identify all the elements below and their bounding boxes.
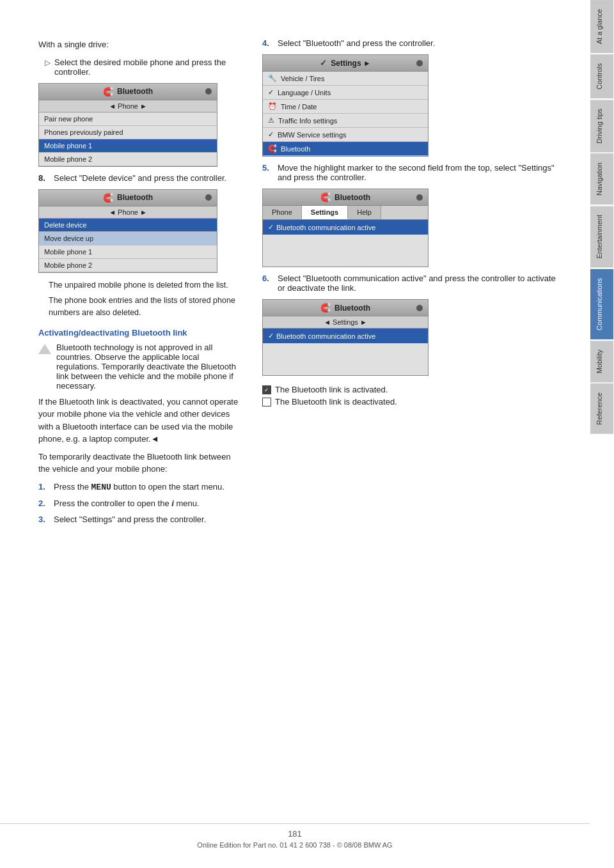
legend-item-1: The Bluetooth link is deactivated. bbox=[262, 397, 558, 407]
language-icon: ✓ bbox=[268, 88, 274, 97]
warning-block: Bluetooth technology is not approved in … bbox=[38, 343, 243, 391]
bmw-icon: ✓ bbox=[268, 130, 274, 139]
step-4: 4. Select "Bluetooth" and press the cont… bbox=[262, 38, 558, 48]
bullet-arrow-icon: ▷ bbox=[45, 58, 51, 77]
step1-text: Press the MENU button to open the start … bbox=[54, 482, 224, 492]
step-3: 3. Select "Settings" and press the contr… bbox=[38, 515, 243, 524]
screen1-nav: ◄ Phone ► bbox=[39, 100, 217, 112]
page-number: 181 bbox=[0, 829, 590, 839]
bluetooth-icon-3: 🧲 bbox=[268, 144, 277, 153]
bullet-item: ▷ Select the desired mobile phone and pr… bbox=[38, 58, 243, 77]
traffic-icon: ⚠ bbox=[268, 116, 274, 125]
screen1-title-bar: 🧲 Bluetooth bbox=[39, 84, 217, 100]
step-2: 2. Press the controller to open the i me… bbox=[38, 499, 243, 508]
screen2-item-2: Mobile phone 1 bbox=[39, 245, 217, 259]
sidebar-tab-at-a-glance[interactable]: At a glance bbox=[590, 0, 613, 53]
tab-phone: Phone bbox=[263, 206, 302, 219]
bluetooth-icon-5: 🧲 bbox=[320, 303, 331, 313]
screen4-tab-bar: Phone Settings Help bbox=[263, 206, 428, 220]
tab-help: Help bbox=[348, 206, 381, 219]
screen2-title: Bluetooth bbox=[117, 193, 153, 202]
vehicle-icon: 🔧 bbox=[268, 74, 277, 82]
screen4-bt-row: ✓ Bluetooth communication active bbox=[263, 220, 428, 235]
sidebar-tab-reference[interactable]: Reference bbox=[590, 384, 613, 434]
screen5-title-bar: 🧲 Bluetooth bbox=[263, 300, 428, 316]
screen1-item-0: Pair new phone bbox=[39, 112, 217, 126]
section-heading: Activating/deactivating Bluetooth link bbox=[38, 328, 243, 337]
screen2-item-0: Delete device bbox=[39, 219, 217, 232]
step-1: 1. Press the MENU button to open the sta… bbox=[38, 482, 243, 492]
tab-settings: Settings bbox=[302, 206, 348, 219]
screen1-item-2: Mobile phone 1 bbox=[39, 139, 217, 153]
screen1-item-3: Mobile phone 2 bbox=[39, 153, 217, 166]
screen5-dot bbox=[416, 305, 423, 311]
sidebar-tab-mobility[interactable]: Mobility bbox=[590, 341, 613, 382]
step-5: 5. Move the highlight marker to the seco… bbox=[262, 163, 558, 182]
legend-text-1: The Bluetooth link is deactivated. bbox=[275, 397, 397, 407]
checkbox-filled-icon: ✓ bbox=[262, 385, 271, 394]
sidebar-tab-controls[interactable]: Controls bbox=[590, 54, 613, 98]
screen2-item-1: Move device up bbox=[39, 232, 217, 245]
screen3-item-0: 🔧 Vehicle / Tires bbox=[263, 72, 428, 86]
footer-text: Online Edition for Part no. 01 41 2 600 … bbox=[197, 841, 392, 849]
intro-text: With a single drive: bbox=[38, 38, 243, 51]
screen2-nav-text: ◄ Phone ► bbox=[109, 208, 147, 216]
step3-text: Select "Settings" and press the controll… bbox=[54, 515, 206, 524]
screen5-title: Bluetooth bbox=[335, 304, 370, 313]
sidebar-tab-communications[interactable]: Communications bbox=[590, 269, 613, 339]
bt-check-icon: ✓ bbox=[268, 223, 274, 231]
legend: ✓ The Bluetooth link is activated. The B… bbox=[262, 385, 558, 407]
screen2-title-bar: 🧲 Bluetooth bbox=[39, 190, 217, 206]
screen-bluetooth-settings: 🧲 Bluetooth ◄ Settings ► ✓ Bluetooth com… bbox=[262, 299, 429, 376]
step5-num: 5. bbox=[262, 163, 272, 173]
screen1-item-1: Phones previously paired bbox=[39, 126, 217, 139]
time-icon: ⏰ bbox=[268, 102, 277, 111]
screen-settings: ✓ Settings ► 🔧 Vehicle / Tires ✓ Languag… bbox=[262, 54, 429, 157]
sidebar-tab-navigation[interactable]: Navigation bbox=[590, 153, 613, 205]
bluetooth-icon-1: 🧲 bbox=[103, 87, 113, 97]
screen3-title: Settings ► bbox=[331, 59, 371, 68]
step-8: 8. Select "Delete device" and press the … bbox=[38, 173, 243, 183]
step2-text: Press the controller to open the i menu. bbox=[54, 499, 200, 508]
screen4-title: Bluetooth bbox=[335, 193, 370, 202]
screen4-empty-area bbox=[263, 235, 428, 267]
settings-icon-1: ✓ bbox=[320, 58, 327, 68]
screen4-row-text: Bluetooth communication active bbox=[276, 224, 375, 231]
bluetooth-icon-4: 🧲 bbox=[320, 192, 331, 202]
step4-num: 4. bbox=[262, 38, 272, 48]
legend-item-0: ✓ The Bluetooth link is activated. bbox=[262, 385, 558, 394]
screen1-dot bbox=[205, 88, 212, 95]
warning-text: Bluetooth technology is not approved in … bbox=[56, 343, 243, 391]
screen5-row-text: Bluetooth communication active bbox=[276, 332, 375, 340]
screen2-item-3: Mobile phone 2 bbox=[39, 259, 217, 272]
sidebar-tab-entertainment[interactable]: Entertainment bbox=[590, 206, 613, 267]
legend-text-0: The Bluetooth link is activated. bbox=[275, 385, 388, 394]
step2-num: 2. bbox=[38, 499, 49, 508]
screen2-nav: ◄ Phone ► bbox=[39, 206, 217, 219]
sidebar-tab-driving-tips[interactable]: Driving tips bbox=[590, 100, 613, 152]
screen3-item-4: ✓ BMW Service settings bbox=[263, 128, 428, 142]
screen4-dot bbox=[416, 194, 423, 201]
screen-bluetooth-2: 🧲 Bluetooth ◄ Phone ► Delete device Move… bbox=[38, 189, 217, 273]
right-column: 4. Select "Bluetooth" and press the cont… bbox=[262, 38, 558, 531]
step3-num: 3. bbox=[38, 515, 49, 524]
screen5-bt-row: ✓ Bluetooth communication active bbox=[263, 329, 428, 343]
screen5-nav-text: ◄ Settings ► bbox=[324, 318, 367, 326]
step4-text: Select "Bluetooth" and press the control… bbox=[278, 38, 435, 48]
screen2-dot bbox=[205, 194, 212, 201]
footer: 181 Online Edition for Part no. 01 41 2 … bbox=[0, 823, 590, 849]
step5-text: Move the highlight marker to the second … bbox=[278, 163, 558, 182]
step8-num: 8. bbox=[38, 173, 49, 183]
screen-bluetooth-tabs: 🧲 Bluetooth Phone Settings Help ✓ Blueto… bbox=[262, 189, 429, 267]
bluetooth-icon-2: 🧲 bbox=[103, 193, 113, 203]
bt-check-icon-2: ✓ bbox=[268, 332, 274, 340]
step6-text: Select "Bluetooth communication active" … bbox=[278, 274, 558, 293]
screen3-dot bbox=[416, 60, 423, 66]
screen3-item-2: ⏰ Time / Date bbox=[263, 100, 428, 114]
screen-bluetooth-1: 🧲 Bluetooth ◄ Phone ► Pair new phone Pho… bbox=[38, 83, 217, 167]
step8-text: Select "Delete device" and press the con… bbox=[54, 173, 226, 183]
screen3-title-bar: ✓ Settings ► bbox=[263, 55, 428, 72]
note1-text: The unpaired mobile phone is deleted fro… bbox=[38, 279, 243, 291]
screen1-title: Bluetooth bbox=[117, 87, 153, 96]
bullet-text: Select the desired mobile phone and pres… bbox=[54, 58, 243, 77]
